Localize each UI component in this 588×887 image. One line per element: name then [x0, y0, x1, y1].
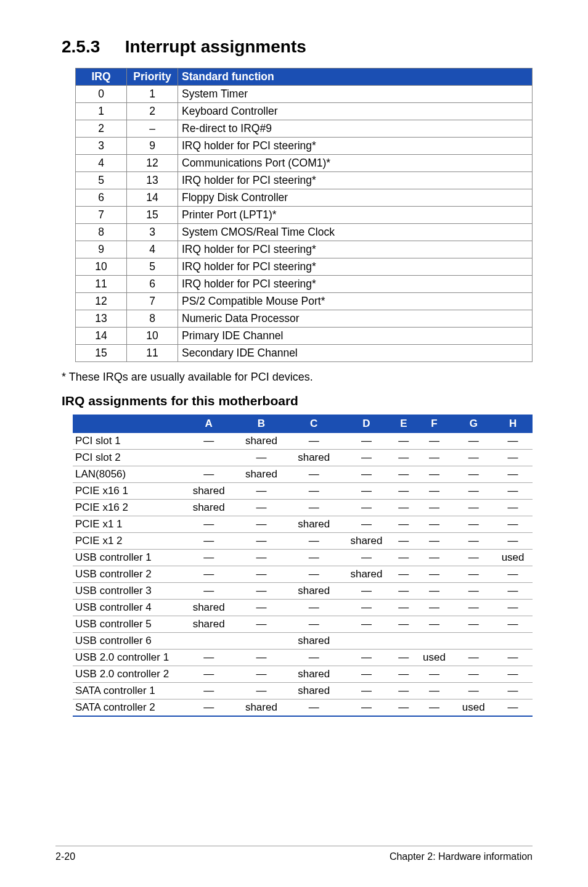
table-cell: 8	[76, 224, 127, 241]
table-row: LAN(8056)—shared——————	[73, 466, 533, 483]
table-cell	[493, 633, 533, 650]
table-row: 412Communications Port (COM1)*	[76, 155, 533, 172]
table-cell: —	[493, 500, 533, 516]
table-cell: —	[235, 650, 287, 666]
table-row: USB controller 1———————used	[73, 550, 533, 566]
table-cell: Secondary IDE Channel	[178, 345, 533, 362]
table-cell: 6	[76, 189, 127, 207]
table-cell: USB controller 6	[73, 633, 182, 650]
section-title: Interrupt assignments	[125, 37, 306, 56]
table-cell: 12	[76, 293, 127, 310]
table-cell: —	[340, 666, 393, 683]
table-row: USB 2.0 controller 1—————used——	[73, 650, 533, 666]
table-cell: —	[340, 550, 393, 566]
assign-header-c: C	[288, 415, 340, 432]
table-row: 513IRQ holder for PCI steering*	[76, 172, 533, 189]
table-cell: —	[415, 566, 454, 583]
table-cell: IRQ holder for PCI steering*	[178, 241, 533, 258]
table-cell: 3	[76, 138, 127, 155]
table-cell: PS/2 Compatible Mouse Port*	[178, 293, 533, 310]
table-cell: —	[454, 566, 493, 583]
table-cell: shared	[235, 432, 287, 450]
table-cell: —	[235, 600, 287, 616]
table-cell: —	[288, 566, 340, 583]
table-row: 715Printer Port (LPT1)*	[76, 207, 533, 224]
table-cell: —	[415, 466, 454, 483]
table-cell: —	[288, 533, 340, 550]
table-cell: —	[415, 432, 454, 450]
table-cell: 5	[127, 258, 178, 276]
table-cell: used	[493, 550, 533, 566]
table-cell: 7	[76, 207, 127, 224]
table-cell: 13	[76, 310, 127, 328]
table-cell: —	[393, 566, 415, 583]
table-row: PCI slot 2—shared—————	[73, 450, 533, 466]
table-cell: used	[415, 650, 454, 666]
table-row: USB controller 5shared———————	[73, 616, 533, 633]
table-row: 12Keyboard Controller	[76, 103, 533, 120]
table-cell	[235, 633, 287, 650]
table-cell: —	[288, 699, 340, 717]
table-cell: —	[454, 450, 493, 466]
table-row: 1410Primary IDE Channel	[76, 328, 533, 345]
table-cell: —	[288, 650, 340, 666]
table-cell: 3	[127, 224, 178, 241]
table-cell: —	[182, 699, 235, 717]
table-cell: SATA controller 2	[73, 699, 182, 717]
table-cell: —	[393, 516, 415, 533]
table-cell: shared	[340, 533, 393, 550]
table-cell	[340, 633, 393, 650]
table-cell: —	[493, 683, 533, 699]
table-cell: shared	[182, 500, 235, 516]
table-cell: 6	[127, 276, 178, 293]
table-cell: IRQ holder for PCI steering*	[178, 172, 533, 189]
table-cell: —	[415, 533, 454, 550]
table-cell: —	[454, 650, 493, 666]
table-cell: —	[182, 550, 235, 566]
table-cell: —	[493, 583, 533, 600]
table-cell: shared	[182, 616, 235, 633]
table-cell: System Timer	[178, 86, 533, 103]
table-cell: —	[393, 432, 415, 450]
table-cell: USB 2.0 controller 1	[73, 650, 182, 666]
table-row: 105IRQ holder for PCI steering*	[76, 258, 533, 276]
table-cell: 2	[76, 120, 127, 138]
table-row: 01System Timer	[76, 86, 533, 103]
table-cell: Re-direct to IRQ#9	[178, 120, 533, 138]
table-cell: —	[393, 466, 415, 483]
table-row: 83System CMOS/Real Time Clock	[76, 224, 533, 241]
table-cell: 15	[76, 345, 127, 362]
table-cell: —	[493, 483, 533, 500]
table-cell: —	[340, 483, 393, 500]
assign-table: A B C D E F G H PCI slot 1—shared——————P…	[73, 415, 533, 717]
table-cell: —	[393, 683, 415, 699]
table-cell: 12	[127, 155, 178, 172]
table-cell: USB controller 4	[73, 600, 182, 616]
table-cell: —	[182, 533, 235, 550]
table-cell: —	[454, 616, 493, 633]
table-cell: —	[340, 500, 393, 516]
table-cell: Communications Port (COM1)*	[178, 155, 533, 172]
table-cell: —	[493, 432, 533, 450]
table-cell: —	[182, 566, 235, 583]
assign-header-d: D	[340, 415, 393, 432]
table-row: PCIE x1 2———shared————	[73, 533, 533, 550]
table-row: 39IRQ holder for PCI steering*	[76, 138, 533, 155]
table-cell: —	[340, 583, 393, 600]
assign-header-h: H	[493, 415, 533, 432]
table-row: 1511Secondary IDE Channel	[76, 345, 533, 362]
table-cell: —	[182, 583, 235, 600]
table-cell: 13	[127, 172, 178, 189]
table-cell: 9	[76, 241, 127, 258]
table-cell: Floppy Disk Controller	[178, 189, 533, 207]
table-cell: Printer Port (LPT1)*	[178, 207, 533, 224]
table-cell: 0	[76, 86, 127, 103]
table-cell: USB controller 1	[73, 550, 182, 566]
table-cell: PCIE x1 1	[73, 516, 182, 533]
assign-header-blank	[73, 415, 182, 432]
table-cell	[182, 633, 235, 650]
table-cell	[393, 633, 415, 650]
table-cell: used	[454, 699, 493, 717]
table-row: USB controller 6shared	[73, 633, 533, 650]
table-cell: SATA controller 1	[73, 683, 182, 699]
